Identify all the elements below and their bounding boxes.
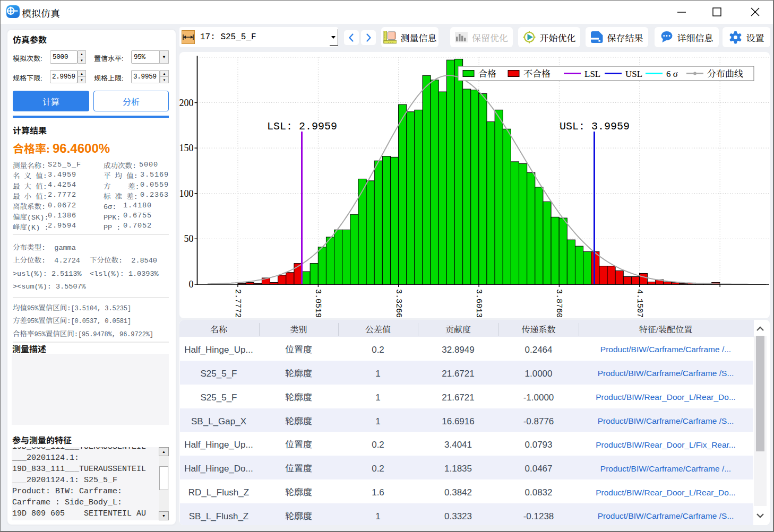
svg-text:分布曲线: 分布曲线 — [707, 66, 743, 80]
svg-text:200: 200 — [179, 98, 194, 108]
svg-text:LSL: LSL — [584, 66, 600, 80]
svg-text:合格: 合格 — [478, 66, 496, 80]
svg-text:3.8760: 3.8760 — [554, 289, 563, 318]
svg-text:USL: 3.9959: USL: 3.9959 — [560, 120, 630, 133]
svg-text:150: 150 — [179, 143, 194, 153]
svg-text:不合格: 不合格 — [523, 66, 551, 80]
svg-text:3.0519: 3.0519 — [313, 289, 322, 318]
svg-text:4.1507: 4.1507 — [635, 289, 644, 318]
svg-text:3.6013: 3.6013 — [474, 289, 483, 318]
svg-text:0: 0 — [189, 279, 194, 290]
svg-text:LSL: 2.9959: LSL: 2.9959 — [267, 120, 337, 133]
svg-text:50: 50 — [184, 233, 194, 244]
svg-text:USL: USL — [625, 66, 642, 80]
svg-text:2.7772: 2.7772 — [233, 289, 242, 318]
svg-text:100: 100 — [179, 188, 194, 199]
svg-text:6 σ: 6 σ — [666, 66, 678, 80]
svg-text:3.3266: 3.3266 — [394, 289, 403, 318]
